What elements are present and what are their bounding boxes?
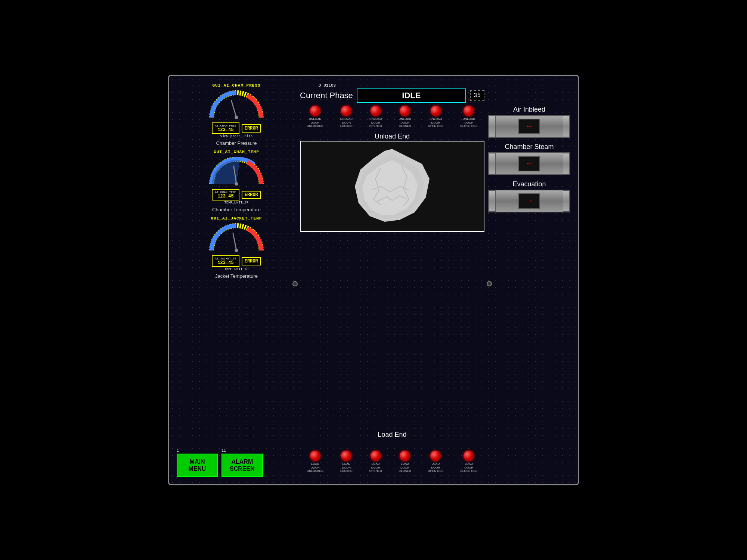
unload-door-close-obs: UNLOADDOORCLOSE OBS — [460, 106, 477, 128]
evacuation-section: Evacuation → — [488, 180, 570, 212]
cham-temp-title: GUI_AI_CHAM_TEMP — [214, 150, 259, 154]
label-unload-unlocked: UNLOADDOORUNLOCKED — [307, 117, 323, 128]
chamber-box — [300, 141, 484, 232]
left-knob — [292, 281, 298, 286]
unload-door-opened: UNLOADDOOROPENED — [369, 106, 382, 128]
lamp-unload-close-obs — [464, 106, 474, 116]
bottom-buttons: 1 MAINMENU 11 ALARMSCREEN — [177, 445, 296, 477]
label-load-locked: LOADDOORLOCKED — [340, 462, 353, 473]
lamp-load-open-obs — [430, 451, 441, 461]
lamp-load-close-obs — [464, 451, 474, 461]
jacket-temp-desc: Jacket Temperature — [215, 273, 258, 279]
lamp-load-closed — [400, 451, 410, 461]
evacuation-label: Evacuation — [488, 180, 570, 188]
gauge-svg-jacket — [207, 222, 266, 254]
load-door-open-obs: LOADDOOROPEN OBS — [428, 451, 443, 473]
main-menu-button[interactable]: MAINMENU — [177, 454, 218, 477]
svg-line-1 — [231, 100, 236, 117]
unload-indicator-row: UNLOADDOORUNLOCKED UNLOADDOORLOCKED UNLO… — [300, 106, 484, 128]
left-column: GUI_AI_CHAM_PRESS — [177, 83, 296, 477]
air-inbleed-valve-inner: ← — [518, 119, 540, 134]
evacuation-valve[interactable]: → — [488, 190, 570, 212]
cham-press-error: ERROR — [242, 124, 261, 133]
jacket-temp-unit: TEMP_UNIT_SP — [224, 267, 249, 271]
alarm-screen-button[interactable]: ALARMSCREEN — [221, 454, 263, 477]
chamber-temp-section: GUI_AI_CHAM_TEMP AI_CHAM — [177, 150, 296, 212]
air-inbleed-label: Air Inbleed — [488, 106, 570, 113]
lamp-unload-opened — [371, 106, 381, 116]
cham-temp-number: 123.45 — [217, 194, 233, 199]
jacket-temp-number: 123.45 — [217, 260, 233, 265]
cham-press-labels: AI_CHAM_PRES 123.45 ERROR — [212, 122, 261, 134]
main-panel: GUI_AI_CHAM_PRESS — [168, 75, 579, 485]
air-inbleed-section: Air Inbleed ← — [488, 106, 570, 138]
cham-press-number: 123.45 — [217, 127, 233, 133]
air-inbleed-arrow: ← — [527, 122, 531, 131]
chamber-inner — [301, 141, 484, 231]
cham-temp-unit: TEMP_UNIT_SP — [224, 201, 249, 205]
lamp-unload-closed — [400, 106, 410, 116]
lamp-load-unlocked — [310, 451, 320, 461]
svg-point-6 — [235, 249, 238, 252]
lamp-unload-unlocked — [310, 106, 320, 116]
jacket-temp-title: GUI_AI_JACKET_TEMP — [211, 216, 262, 221]
phase-label: Current Phase — [300, 91, 353, 100]
chamber-steam-valve-inner: ← — [518, 156, 540, 171]
evacuation-valve-inner: → — [518, 193, 540, 209]
cham-temp-labels: AI_CHAM_TEMP 123.45 ERROR — [212, 189, 261, 200]
label-unload-opened: UNLOADDOOROPENED — [369, 117, 382, 128]
main-menu-num: 1 — [177, 449, 179, 453]
svg-point-2 — [235, 116, 238, 119]
cham-temp-desc: Chamber Temperature — [212, 207, 261, 212]
svg-line-5 — [233, 233, 236, 250]
lamp-load-locked — [341, 451, 351, 461]
gauge-svg-pressure — [207, 89, 266, 121]
gauge-svg-temp — [207, 156, 266, 187]
main-menu-wrapper: 1 MAINMENU — [177, 449, 218, 477]
air-inbleed-valve[interactable]: ← — [488, 115, 570, 138]
jacket-temp-section: GUI_AI_JACKET_TEMP AI_JACKET_TE 123.45 — [177, 216, 296, 279]
label-load-close-obs: LOADDOORCLOSE OBS — [460, 462, 477, 473]
cham-press-desc: Chamber Pressure — [216, 140, 257, 146]
load-door-locked: LOADDOORLOCKED — [340, 451, 353, 473]
chamber-pressure-gauge — [207, 89, 266, 121]
lamp-unload-locked — [341, 106, 351, 116]
alarm-screen-num: 11 — [221, 449, 226, 453]
phase-row: Current Phase IDLE 35 — [300, 88, 484, 103]
label-load-unlocked: LOADDOORUNLOCKED — [307, 462, 323, 473]
load-door-close-obs: LOADDOORCLOSE OBS — [460, 451, 477, 473]
lamp-unload-open-obs — [431, 106, 441, 116]
phase-header-area: D 01103 Current Phase IDLE 35 — [300, 83, 484, 103]
label-load-opened: LOADDOOROPENED — [369, 462, 382, 473]
chamber-pressure-section: GUI_AI_CHAM_PRESS — [177, 83, 296, 146]
alarm-screen-wrapper: 11 ALARMSCREEN — [221, 449, 263, 477]
view-press-units: view press_units — [220, 134, 252, 138]
cham-temp-error: ERROR — [242, 191, 261, 199]
cham-temp-value: AI_CHAM_TEMP 123.45 — [212, 189, 239, 200]
right-column: Air Inbleed ← Chamber Steam ← Evacua — [488, 83, 570, 477]
unload-door-locked: UNLOADDOORLOCKED — [340, 106, 353, 128]
jacket-temp-gauge — [207, 222, 266, 254]
right-knob — [487, 281, 492, 286]
phase-id: D 01103 — [319, 83, 336, 88]
unload-door-open-obs: UNLOADDOOROPEN OBS — [428, 106, 444, 128]
unload-door-unlocked: UNLOADDOORUNLOCKED — [307, 106, 323, 128]
load-end-label: Load End — [300, 431, 484, 439]
center-column: D 01103 Current Phase IDLE 35 UNLOADDOOR… — [296, 83, 488, 477]
phase-value: IDLE — [357, 88, 466, 103]
load-door-opened: LOADDOOROPENED — [369, 451, 382, 473]
label-unload-locked: UNLOADDOORLOCKED — [340, 117, 353, 128]
chamber-temp-gauge — [207, 156, 266, 187]
unload-door-closed: UNLOADDOORCLOSED — [399, 106, 411, 128]
chamber-steam-valve[interactable]: ← — [488, 152, 570, 175]
cham-press-title: GUI_AI_CHAM_PRESS — [212, 83, 260, 88]
chamber-load-svg — [344, 141, 441, 231]
label-unload-closed: UNLOADDOORCLOSED — [399, 117, 411, 128]
chamber-wrapper: Unload End — [300, 139, 484, 428]
label-load-closed: LOADDOORCLOSED — [399, 462, 411, 473]
label-unload-close-obs: UNLOADDOORCLOSE OBS — [460, 117, 477, 128]
jacket-temp-error: ERROR — [242, 257, 261, 265]
unload-end-label: Unload End — [300, 133, 484, 140]
jacket-temp-labels: AI_JACKET_TE 123.45 ERROR — [212, 255, 261, 267]
load-indicator-row: LOADDOORUNLOCKED LOADDOORLOCKED LOADDOOR… — [300, 451, 484, 473]
